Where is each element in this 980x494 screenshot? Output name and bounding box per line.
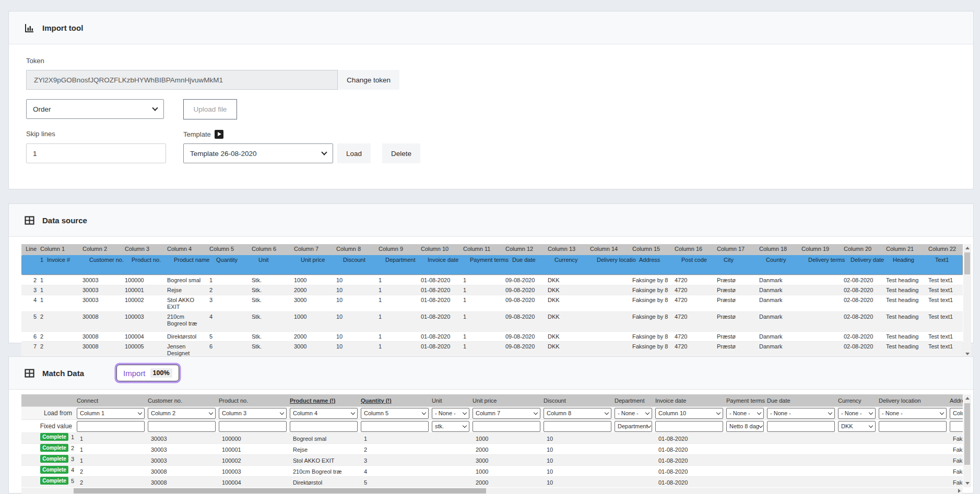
load-from-select[interactable]: - None - [615,408,652,419]
fixed-value-input[interactable] [77,421,145,432]
ds-cell: Test text1 [925,312,963,321]
load-from-select[interactable]: Column 2 [148,408,216,419]
scroll-up-arrow[interactable] [963,394,971,402]
md-cell: 100002 [217,455,288,464]
table-row[interactable]: 6230008100004Direktørstol5Stk.200010101-… [21,331,963,341]
table-row[interactable]: Complete5230008100004Direktørstol5200010… [21,476,963,487]
horizontal-scrollbar[interactable] [21,488,963,494]
ds-cell: Test heading [883,285,925,295]
table-row[interactable]: Complete2130003100001Rejse220001001-08-2… [21,443,963,454]
fixed-value-input[interactable] [290,421,358,432]
select-value: - None - [729,410,750,416]
fixed-value-input[interactable] [879,421,947,432]
load-from-select[interactable]: Column 3 [219,408,287,419]
load-from-select[interactable]: Column 10 [655,408,723,419]
upload-file-button[interactable]: Upload file [183,99,237,119]
md-corner [21,394,75,397]
scrollbar-thumb[interactable] [964,252,970,274]
table-row[interactable]: 2130003100000Bogreol smal1Stk.100010101-… [21,275,963,285]
md-cell [430,433,471,436]
fixed-value-select[interactable]: DKK [838,421,876,432]
ds-cell: 2 [37,342,79,351]
ds-cell: Faksinge by 8 [629,312,671,321]
fixed-value-input[interactable] [219,421,287,432]
ds-cell: 09-08-2020 [502,342,545,351]
fixed-value-input[interactable] [544,421,611,432]
scroll-down-arrow[interactable] [963,479,971,487]
fixed-value-input[interactable] [767,421,835,432]
ds-cell: 01-08-2020 [418,312,460,321]
delete-button[interactable]: Delete [382,143,420,163]
load-from-select[interactable]: Column 5 [361,408,429,419]
md-cell: 210cm Bogreol træ [288,466,359,475]
import-type-select[interactable]: Order [26,99,164,119]
scroll-right-arrow[interactable] [956,488,963,494]
fixed-value-select[interactable]: stk. [432,421,469,432]
vertical-scrollbar[interactable] [963,244,971,358]
ds-column-header: Column 1 [37,244,79,254]
load-from-select[interactable]: - None - [879,408,947,419]
load-from-select[interactable]: Column 15 [950,408,963,419]
load-from-select[interactable]: - None - [838,408,876,419]
token-label: Token [26,57,956,65]
table-row[interactable]: 4130003100002Stol AKKO EXIT3Stk.30001010… [21,295,963,311]
load-from-select[interactable]: Column 4 [290,408,358,419]
md-cell [613,444,654,447]
table-row[interactable]: 1Invoice #Customer no.Product no.Product… [21,255,963,275]
ds-cell: 1 [37,275,79,285]
fixed-value-input[interactable] [473,421,540,432]
table-header-row: ConnectCustomer no.Product no.Product na… [21,394,963,406]
load-from-cell: Column 1 [75,408,146,419]
load-from-select[interactable]: Column 7 [473,408,540,419]
md-cell [877,433,948,436]
load-from-select[interactable]: Column 1 [77,408,145,419]
ds-cell: 3 [206,295,249,305]
md-cell: 30008 [146,466,217,475]
scrollbar-thumb[interactable] [964,403,970,465]
change-token-button[interactable]: Change token [338,70,399,90]
ds-cell: 1 [37,285,79,295]
fixed-value-cell: DKK [836,421,877,432]
load-button[interactable]: Load [337,143,371,163]
md-cell: 3 [359,455,430,464]
data-source-title: Data source [42,216,87,225]
fixed-value-input[interactable] [148,421,216,432]
scroll-up-arrow[interactable] [963,244,971,252]
fixed-value-input[interactable] [655,421,723,432]
md-cell: 3000 [471,455,542,464]
load-from-select[interactable]: - None - [432,408,469,419]
table-row[interactable]: 3130003100001Rejse2Stk.200010101-08-2020… [21,285,963,295]
ds-cell: DKK [545,295,587,305]
scrollbar-thumb[interactable] [74,488,486,493]
select-value: - None - [882,410,903,416]
ds-cell: Due date [509,255,551,264]
play-icon[interactable] [215,130,223,139]
template-select[interactable]: Template 26-08-2020 [183,143,333,163]
fixed-value-select[interactable]: Department [615,421,652,432]
table-row[interactable]: Complete3130003100002Stol AKKO EXIT33000… [21,454,963,465]
fixed-value-select[interactable]: Netto 8 dag [726,421,764,432]
load-from-select[interactable]: - None - [726,408,764,419]
ds-cell: 100000 [122,275,164,285]
md-cell: Faksinge by 8 [948,433,963,442]
chevron-down-icon [534,410,538,414]
md-cell [725,477,765,479]
ds-cell: 02-08-2020 [841,342,883,351]
table-row[interactable]: 5230008100003210cm Bogreol træ4Stk.10001… [21,311,963,331]
ds-cell: Heading [890,255,932,264]
fixed-value-cell [948,421,963,432]
table-row[interactable]: Complete1130003100000Bogreol smal1100010… [21,432,963,443]
ds-cell: 4720 [671,312,714,321]
import-button[interactable]: Import 100% [116,365,179,381]
skip-lines-input[interactable] [26,143,166,163]
vertical-scrollbar[interactable] [963,394,971,487]
fixed-value-input[interactable] [361,421,429,432]
ds-cell: Test heading [883,295,925,305]
load-from-select[interactable]: - None - [767,408,835,419]
fixed-value-input[interactable] [950,421,963,432]
ds-cell: Post code [678,255,721,264]
ds-column-header: Column 20 [841,244,883,254]
table-row[interactable]: Complete4230008100003210cm Bogreol træ41… [21,465,963,476]
load-from-select[interactable]: Column 8 [544,408,611,419]
table-row[interactable]: 7230008100005Jensen Designet6Stk.3000101… [21,341,963,358]
